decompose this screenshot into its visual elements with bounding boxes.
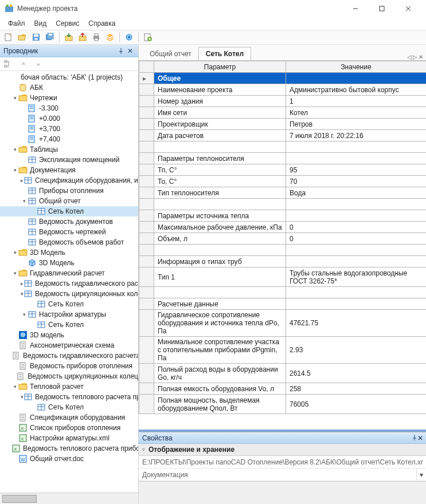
grid-row[interactable]: Тип теплоносителяВода [139, 187, 427, 199]
grid-row[interactable]: Наименование проектаАдминистративно быто… [139, 84, 427, 96]
toolbar-print-icon[interactable] [90, 31, 103, 44]
value-cell[interactable]: Административно бытовой корпус [286, 84, 427, 96]
tree-item[interactable]: ▸Ведомость гидравлического расч [0, 278, 138, 289]
tree-item[interactable]: Сеть Котел [0, 402, 138, 412]
tree-item[interactable]: ▾Настройки арматуры [0, 309, 138, 320]
prop-group[interactable]: ▿ Отображение и хранение [139, 444, 426, 456]
tree-item[interactable]: ▾Ведомость циркуляционных коле [0, 289, 138, 299]
prop-path-value[interactable]: E:\ПРОЕКТЫ\Проекты nanoCAD Отопление\Вер… [139, 458, 426, 466]
grid-row[interactable]: Параметры теплоносителя [139, 153, 427, 164]
tree-item[interactable]: Аксонометрическая схема [0, 340, 138, 351]
tree-item[interactable]: ▾Тепловой расчет [0, 381, 138, 392]
grid-row[interactable]: Расчетные данные [139, 298, 427, 310]
value-cell[interactable]: Котел [286, 107, 427, 119]
menu-view[interactable]: Вид [30, 18, 52, 29]
value-cell[interactable]: 70 [286, 176, 427, 187]
value-cell[interactable]: Трубы стальные водогазопроводные ГОСТ 32… [286, 267, 427, 287]
param-cell[interactable]: Тип 1 [154, 267, 286, 287]
param-cell[interactable]: Номер здания [154, 96, 286, 107]
pin-icon[interactable] [412, 434, 417, 442]
grid-row[interactable]: Тп, С°95 [139, 164, 427, 176]
value-cell[interactable]: 1 [286, 96, 427, 107]
grid-row[interactable]: Параметры источника тепла [139, 210, 427, 222]
value-cell[interactable]: 76005 [286, 395, 427, 414]
twisty-icon[interactable]: ▾ [11, 250, 18, 255]
grid-row[interactable]: ▸Общее [139, 73, 427, 84]
value-cell[interactable]: Вода [286, 187, 427, 199]
tree-item[interactable]: ▾Гидравлический расчет [0, 268, 138, 278]
pin-icon[interactable] [116, 46, 126, 56]
grid-row[interactable]: Гидравлическое сопротивление оборудовани… [139, 310, 427, 337]
grid-row[interactable]: Номер здания1 [139, 96, 427, 107]
twisty-icon[interactable]: ▾ [11, 147, 18, 152]
param-cell[interactable]: Полная мощность, выделяемая оборудование… [154, 395, 286, 414]
grid-row[interactable]: Полный расход воды в оборудовании Go, кг… [139, 364, 427, 383]
tree-item[interactable]: Ведомость гидравлического расчета [0, 351, 138, 361]
tree-item[interactable]: 3D Модель [0, 258, 138, 268]
minimize-button[interactable] [342, 0, 369, 17]
grid-row[interactable]: То, С°70 [139, 176, 427, 187]
tree-item[interactable]: Ведомость объемов работ [0, 237, 138, 247]
twisty-icon[interactable]: ▾ [11, 270, 18, 276]
tree-item[interactable]: ▾Общий отчет [0, 196, 138, 206]
grid-wrapper[interactable]: Параметр Значение ▸ОбщееНаименование про… [139, 61, 426, 432]
param-cell[interactable]: Проектировщик [154, 119, 286, 130]
value-cell[interactable]: 2.93 [286, 337, 427, 364]
param-cell[interactable]: Дата расчетов [154, 130, 286, 141]
value-cell[interactable]: 95 [286, 164, 427, 176]
param-cell[interactable]: Наименование проекта [154, 84, 286, 96]
value-cell[interactable]: 0 [286, 222, 427, 233]
param-cell[interactable]: Полная емкость оборудования Vo, л [154, 383, 286, 395]
value-cell[interactable]: Петров [286, 119, 427, 130]
toolbar-layers-icon[interactable] [104, 31, 116, 44]
tab-close-icon[interactable]: ✕ [419, 54, 423, 60]
param-cell[interactable]: Расчетные данные [154, 298, 286, 310]
value-cell[interactable] [286, 153, 427, 164]
tree-item[interactable]: ▾Чертежи [0, 93, 138, 103]
toolbar-save-icon[interactable] [30, 31, 42, 44]
tree-item[interactable]: Сеть Котел [0, 320, 138, 330]
grid-row[interactable] [139, 141, 427, 153]
twisty-icon[interactable]: ▾ [21, 198, 28, 204]
value-cell[interactable]: 258 [286, 383, 427, 395]
tree-item[interactable]: +7,400 [0, 134, 138, 144]
toolbar-new-icon[interactable] [2, 31, 15, 44]
tree-item[interactable]: -3.300 [0, 103, 138, 113]
value-cell[interactable]: 7 июля 2018 г. 20:22:16 [286, 130, 427, 141]
toolbar-import-icon[interactable] [62, 31, 75, 44]
menu-service[interactable]: Сервис [51, 18, 84, 29]
tree-item[interactable]: Приборы отопления [0, 186, 138, 196]
toolbar-settings-icon[interactable] [123, 31, 135, 44]
tree-item[interactable]: Экспликация помещений [0, 155, 138, 165]
tree-item[interactable]: Ведомость чертежей [0, 227, 138, 237]
grid-row[interactable] [139, 287, 427, 298]
grid-row[interactable] [139, 199, 427, 210]
grid-row[interactable]: Максимальное рабочее давление, кПа0 [139, 222, 427, 233]
tree-item[interactable]: +0.000 [0, 113, 138, 124]
value-cell[interactable]: 47621.75 [286, 310, 427, 337]
grid-row[interactable]: Тип 1Трубы стальные водогазопроводные ГО… [139, 267, 427, 287]
param-cell[interactable]: Параметры источника тепла [154, 210, 286, 222]
twisty-icon[interactable]: ▾ [11, 167, 18, 173]
tree-item[interactable]: Ведомость документов [0, 216, 138, 227]
tree-item[interactable]: ▾3D Модель [0, 247, 138, 258]
grid-row[interactable]: Дата расчетов7 июля 2018 г. 20:22:16 [139, 130, 427, 141]
menu-help[interactable]: Справка [84, 18, 120, 29]
param-cell[interactable]: Информация о типах труб [154, 256, 286, 267]
tab-prev-icon[interactable]: ◁ [407, 54, 412, 60]
tree-item[interactable]: Ведомость приборов отопления [0, 361, 138, 371]
twisty-icon[interactable]: ▾ [11, 384, 18, 389]
prop-category-value[interactable]: Документация [139, 471, 416, 479]
toolbar-open-icon[interactable] [16, 31, 29, 44]
toolbar-export-icon[interactable] [76, 31, 89, 44]
close-panel-icon[interactable]: ✕ [417, 434, 423, 442]
param-cell[interactable]: Минимальное сопротивление участка с отоп… [154, 337, 286, 364]
twisty-icon[interactable]: ▾ [11, 95, 18, 101]
value-cell[interactable]: 0 [286, 233, 427, 245]
param-cell[interactable]: Имя сети [154, 107, 286, 119]
param-cell[interactable]: Максимальное рабочее давление, кПа [154, 222, 286, 233]
grid-row[interactable]: Полная емкость оборудования Vo, л258 [139, 383, 427, 395]
tree-item[interactable]: Сеть Котел [0, 299, 138, 309]
tree-item[interactable]: WОбщий отчет.doc [0, 454, 138, 464]
twisty-icon[interactable]: ▾ [21, 312, 28, 317]
